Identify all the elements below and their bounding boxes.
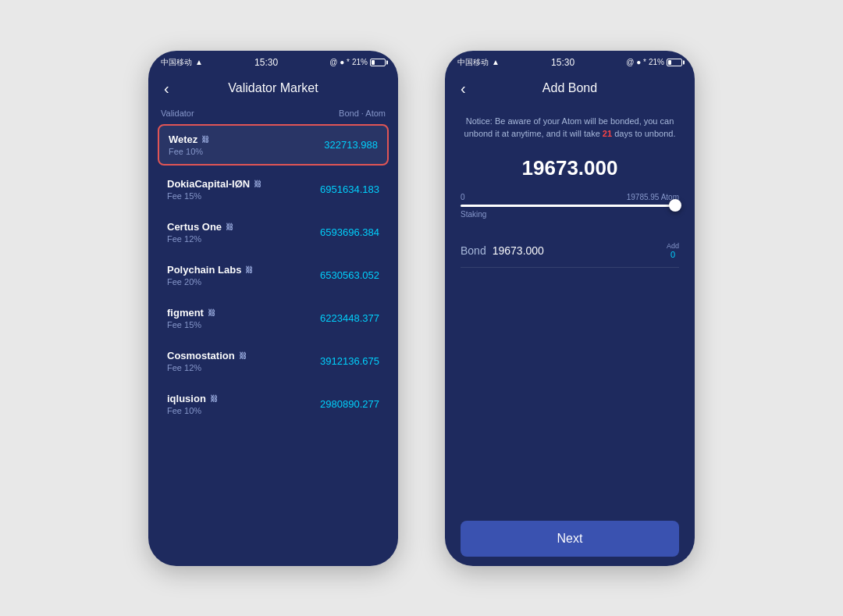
status-right-1: @ ● * 21% (329, 58, 386, 66)
header-2: ‹ Add Bond (445, 71, 695, 105)
validator-item[interactable]: Cosmostation ⛓ Fee 12% 3912136.675 (158, 342, 389, 380)
wifi-icon-1: ▲ (195, 58, 203, 66)
notice-suffix: days to unbond. (614, 129, 675, 138)
slider-track (461, 205, 679, 207)
validator-item[interactable]: iqlusion ⛓ Fee 10% 2980890.277 (158, 385, 389, 423)
link-icon: ⛓ (201, 135, 209, 144)
add-bond-content: Notice: Be aware of your Atom will be bo… (445, 105, 695, 566)
validator-name: Polychain Labs ⛓ (167, 264, 253, 276)
link-icon: ⛓ (239, 351, 247, 360)
slider-container[interactable] (461, 205, 679, 207)
battery-percent-2: 21% (649, 58, 664, 66)
bond-label: Bond (461, 244, 486, 257)
screen-title-2: Add Bond (542, 81, 597, 95)
validator-amount: 6951634.183 (320, 183, 379, 195)
icons-2: @ ● * (626, 58, 646, 66)
validator-list[interactable]: Wetez ⛓ Fee 10% 322713.988 DokiaCapital-… (148, 124, 398, 566)
back-button-2[interactable]: ‹ (457, 77, 469, 99)
bond-add-box: Add 0 (667, 242, 679, 259)
link-icon: ⛓ (254, 180, 261, 188)
battery-icon-2 (667, 59, 682, 66)
slider-labels: 0 19785.95 Atom (461, 193, 679, 201)
header-1: ‹ Validator Market (148, 71, 398, 105)
validator-fee: Fee 15% (167, 320, 215, 329)
bond-row: Bond 19673.000 Add 0 (461, 234, 679, 268)
status-left-1: 中国移动 ▲ (161, 57, 203, 68)
link-icon: ⛓ (245, 265, 253, 274)
next-button[interactable]: Next (461, 521, 679, 557)
icons-1: @ ● * (329, 58, 350, 66)
status-right-2: @ ● * 21% (626, 58, 682, 66)
validator-fee: Fee 20% (167, 277, 253, 287)
time-1: 15:30 (254, 57, 278, 68)
slider-thumb[interactable] (669, 199, 681, 212)
validator-fee: Fee 10% (169, 147, 209, 156)
validator-item[interactable]: Certus One ⛓ Fee 12% 6593696.384 (158, 213, 389, 251)
back-button-1[interactable]: ‹ (161, 77, 173, 99)
status-bar-2: 中国移动 ▲ 15:30 @ ● * 21% (445, 51, 695, 71)
slider-min-label: 0 (461, 193, 465, 201)
validator-name: figment ⛓ (167, 307, 215, 319)
validator-item[interactable]: DokiaCapital-IØN ⛓ Fee 15% 6951634.183 (158, 170, 389, 208)
validator-name: iqlusion ⛓ (167, 393, 218, 404)
validator-amount: 6223448.377 (320, 312, 379, 324)
time-2: 15:30 (551, 57, 574, 68)
carrier-1: 中国移动 (161, 57, 192, 68)
status-left-2: 中国移动 ▲ (457, 57, 500, 68)
bond-amount-display: 19673.000 (461, 156, 679, 180)
validator-amount: 2980890.277 (320, 398, 379, 410)
wifi-icon-2: ▲ (492, 58, 500, 66)
validator-item[interactable]: Wetez ⛓ Fee 10% 322713.988 (158, 124, 389, 166)
link-icon: ⛓ (210, 394, 218, 403)
validator-name: DokiaCapital-IØN ⛓ (167, 178, 261, 190)
validator-fee: Fee 12% (167, 234, 233, 244)
validator-amount: 6593696.384 (320, 226, 379, 238)
validator-item[interactable]: figment ⛓ Fee 15% 6223448.377 (158, 299, 389, 337)
col-validator: Validator (161, 109, 194, 118)
screen-title-1: Validator Market (228, 81, 318, 95)
bond-value: 19673.000 (493, 244, 667, 257)
validator-amount: 322713.988 (324, 139, 378, 151)
carrier-2: 中国移动 (457, 57, 489, 68)
link-icon: ⛓ (226, 223, 233, 231)
phone-add-bond: 中国移动 ▲ 15:30 @ ● * 21% ‹ Add Bond Notice… (445, 51, 695, 566)
validator-fee: Fee 12% (167, 363, 247, 372)
slider-fill (461, 205, 677, 207)
phone-validator-market: 中国移动 ▲ 15:30 @ ● * 21% ‹ Validator Marke… (148, 51, 398, 566)
battery-icon-1 (370, 59, 386, 66)
vm-column-headers: Validator Bond · Atom (148, 105, 398, 124)
validator-name: Cosmostation ⛓ (167, 350, 247, 361)
page-wrapper: 中国移动 ▲ 15:30 @ ● * 21% ‹ Validator Marke… (0, 0, 843, 616)
validator-fee: Fee 10% (167, 406, 218, 415)
battery-percent-1: 21% (352, 58, 368, 66)
bond-add-label: Add (667, 242, 679, 250)
validator-name: Wetez ⛓ (169, 134, 209, 145)
col-bond: Bond · Atom (339, 109, 386, 118)
validator-fee: Fee 15% (167, 191, 261, 201)
link-icon: ⛓ (208, 308, 215, 317)
validator-item[interactable]: Polychain Labs ⛓ Fee 20% 6530563.052 (158, 256, 389, 294)
validator-name: Certus One ⛓ (167, 221, 233, 233)
bond-add-value: 0 (667, 250, 679, 259)
notice-days: 21 (603, 129, 612, 138)
notice-text: Notice: Be aware of your Atom will be bo… (461, 115, 679, 141)
validator-amount: 6530563.052 (320, 269, 379, 281)
validator-amount: 3912136.675 (320, 355, 379, 367)
status-bar-1: 中国移动 ▲ 15:30 @ ● * 21% (148, 51, 398, 71)
staking-label: Staking (461, 210, 679, 219)
